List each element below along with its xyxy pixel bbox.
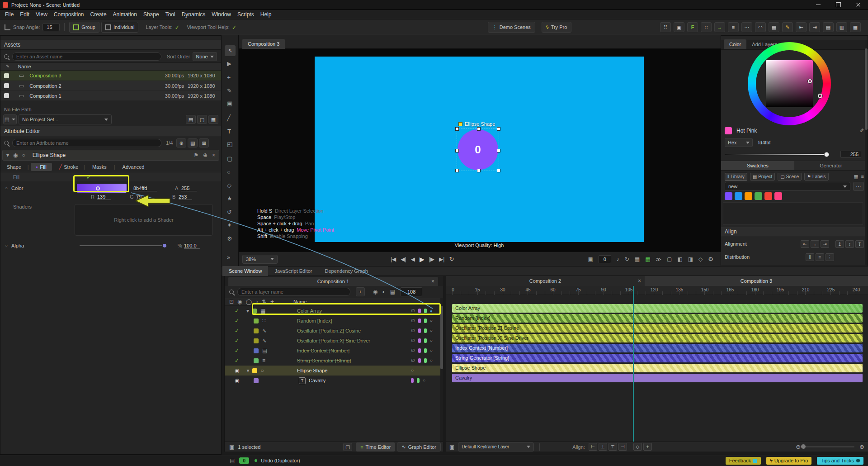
swatch[interactable] — [774, 192, 782, 200]
menu-scripts[interactable]: Scripts — [234, 11, 257, 18]
ellipse-tool[interactable]: ○ — [227, 169, 231, 175]
expand-caret-icon[interactable]: ▾ — [246, 308, 249, 314]
transform-tool[interactable]: ◰ — [227, 141, 232, 147]
time-editor-button[interactable]: ≡ Time Editor — [356, 442, 395, 452]
mute-icon[interactable]: ∅ — [411, 348, 415, 353]
hue-ring-marker[interactable] — [818, 94, 822, 98]
polygon-tool[interactable]: ◇ — [227, 182, 231, 188]
layer-tools-check-icon[interactable]: ✓ — [175, 24, 180, 31]
mute-icon[interactable]: ∅ — [411, 319, 415, 323]
snapping-icon[interactable]: ▦ — [635, 257, 640, 262]
panel-alpha-value[interactable]: 255 — [840, 151, 861, 158]
panel-scrollbar[interactable] — [865, 40, 868, 265]
timeline-ruler[interactable]: 0 15 30 45 60 75 90 105 120 135 150 165 … — [446, 286, 868, 295]
track-ellipse-shape[interactable]: Ellipse Shape — [452, 364, 863, 372]
viewport-tab-composition3[interactable]: Composition 3 — [242, 39, 285, 49]
library-tab-labels[interactable]: ⚑Labels — [804, 173, 828, 181]
hex-mode-dropdown[interactable]: Hex — [725, 138, 753, 147]
library-tab-library[interactable]: ‖Library — [725, 173, 747, 181]
output-connector-icon[interactable]: ○ — [430, 338, 433, 343]
feedback-button[interactable]: Feedback — [726, 457, 761, 465]
enabled-check-icon[interactable]: ✓ — [235, 347, 239, 354]
prev-keyframe-button[interactable]: ◀| — [401, 256, 406, 262]
audio-icon[interactable]: ♪ — [617, 257, 619, 262]
tab-color[interactable]: Color — [724, 39, 746, 49]
output-connector-icon[interactable]: ○ — [430, 358, 433, 363]
selection-handle[interactable] — [477, 127, 481, 131]
line-tool[interactable]: ╱ — [227, 115, 231, 121]
menu-create[interactable]: Create — [87, 11, 110, 18]
add-layer-button[interactable]: + — [356, 287, 365, 296]
close-icon[interactable]: × — [212, 152, 215, 158]
selection-box[interactable] — [457, 128, 499, 171]
menu-file[interactable]: File — [2, 11, 17, 18]
layer-color-chip[interactable] — [254, 358, 259, 363]
tag-chip[interactable] — [411, 378, 414, 383]
rectangle-tool[interactable]: ▢ — [227, 156, 232, 162]
layer-color-chip[interactable] — [254, 378, 259, 383]
tag-chip[interactable] — [424, 328, 427, 333]
loop-button[interactable]: ↻ — [449, 256, 454, 262]
connect-circle-icon[interactable]: ○ — [5, 186, 8, 190]
palette-more-button[interactable]: ⋯ — [853, 182, 864, 191]
menu-window[interactable]: Window — [208, 11, 234, 18]
scene-frame-field[interactable]: 108 — [401, 287, 422, 296]
add-tool[interactable]: + — [227, 74, 231, 81]
split-left-icon[interactable]: ◧ — [677, 257, 682, 262]
maximize-button[interactable] — [828, 0, 848, 10]
kf-align-bottom-button[interactable]: ⊥ — [599, 443, 607, 451]
distribute-v-button[interactable]: ≡ — [816, 253, 824, 261]
minimize-button[interactable] — [808, 0, 828, 10]
swatch[interactable] — [745, 192, 752, 200]
tab-stroke[interactable]: ╱ Stroke — [54, 162, 84, 171]
color-hex-field[interactable]: 8b4ffd — [133, 185, 157, 191]
distribute-gap-button[interactable]: ⋮ — [826, 253, 834, 261]
curve-icon[interactable]: ◠ — [755, 22, 766, 32]
menu-help[interactable]: Help — [257, 11, 275, 18]
timeline-zoom-slider[interactable] — [800, 446, 854, 447]
viewport-tool-help-check-icon[interactable]: ✓ — [232, 24, 237, 31]
red-value[interactable]: 139 — [97, 194, 111, 200]
move-tool[interactable]: ▶ — [227, 61, 231, 67]
layer-color-chip[interactable] — [254, 328, 259, 333]
tag-chip[interactable] — [424, 338, 427, 343]
screen-button[interactable]: ▢ — [197, 115, 207, 124]
tab-generator[interactable]: Generator — [794, 161, 868, 170]
go-to-end-button[interactable]: ▶| — [439, 256, 444, 262]
selection-handle[interactable] — [455, 169, 459, 172]
tag-chip[interactable] — [418, 338, 421, 343]
panels-icon[interactable]: ▣ — [674, 22, 684, 32]
selection-anchor-icon[interactable] — [458, 122, 462, 126]
pen-icon[interactable]: ✎ — [782, 22, 793, 32]
align-right-icon[interactable]: ⇥ — [809, 22, 820, 32]
expand-tools-icon[interactable]: » — [227, 254, 230, 260]
tag-chip[interactable] — [424, 348, 427, 353]
layer-row-cavalry[interactable]: ◉ T Cavalry ○ — [225, 376, 440, 385]
track-cavalry[interactable]: Cavalry — [452, 374, 863, 382]
snap-angle-input[interactable] — [42, 23, 60, 31]
layer-color-chip[interactable] — [254, 348, 259, 353]
try-pro-button[interactable]: ϟ Try Pro — [542, 22, 571, 33]
tab-close-icon[interactable]: × — [431, 279, 434, 284]
panel-alpha-knob[interactable] — [824, 152, 829, 157]
arc-tool[interactable]: ↺ — [227, 209, 232, 215]
prev-frame-button[interactable]: ◀ — [411, 256, 415, 262]
track-index-context[interactable]: Index Context [Number] — [452, 344, 863, 352]
align-left-icon[interactable]: ⇤ — [796, 22, 807, 32]
swatch[interactable] — [764, 192, 772, 200]
blue-value[interactable]: 253 — [179, 194, 192, 200]
eyedropper-icon[interactable]: ✎ — [859, 128, 864, 133]
upgrade-to-pro-button[interactable]: ϟ Upgrade to Pro — [766, 457, 811, 465]
swatch[interactable] — [755, 192, 762, 200]
track-color-array[interactable]: Color Array — [452, 304, 863, 313]
mute-icon[interactable]: ∅ — [411, 328, 415, 333]
visibility-eye-icon[interactable]: ◉ — [235, 367, 239, 374]
menu-tool[interactable]: Tool — [162, 11, 179, 18]
library-tab-project[interactable]: ▤Project — [750, 173, 775, 181]
hex-value-field[interactable]: fd4fbf — [758, 140, 771, 145]
alpha-value[interactable]: 100.0 — [184, 243, 200, 249]
track-string-generator[interactable]: String Generator [String] — [452, 354, 863, 362]
alpha-slider[interactable] — [80, 245, 165, 246]
output-connector-icon[interactable]: ○ — [430, 348, 433, 353]
collapse-caret-icon[interactable]: ▾ — [6, 152, 9, 158]
